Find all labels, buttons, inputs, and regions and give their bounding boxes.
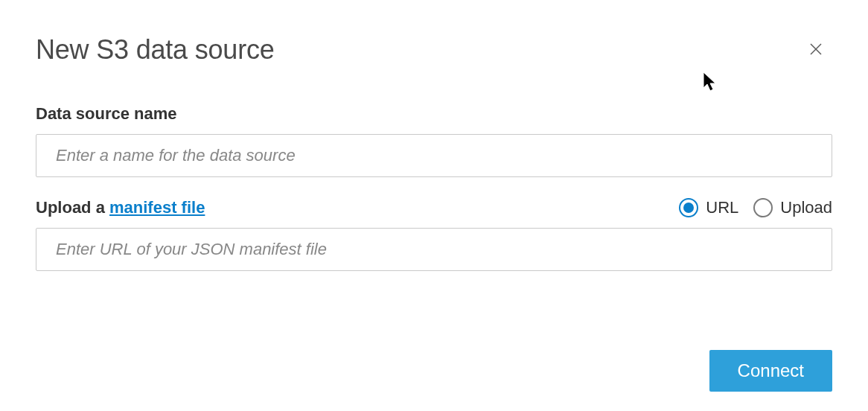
data-source-name-label: Data source name (36, 104, 832, 124)
connect-button[interactable]: Connect (709, 350, 832, 392)
radio-url-label: URL (706, 198, 738, 217)
upload-prefix-text: Upload a (36, 198, 109, 217)
close-button[interactable] (805, 39, 826, 60)
upload-manifest-label: Upload a manifest file (36, 198, 205, 217)
radio-icon-unselected (753, 198, 773, 217)
dialog-title: New S3 data source (36, 34, 832, 66)
radio-url[interactable]: URL (679, 198, 738, 217)
radio-upload[interactable]: Upload (753, 198, 832, 217)
radio-upload-label: Upload (780, 198, 832, 217)
data-source-name-input[interactable] (36, 134, 832, 177)
manifest-url-input[interactable] (36, 228, 832, 271)
upload-mode-radio-group: URL Upload (670, 198, 832, 217)
cursor-icon (703, 71, 719, 92)
manifest-file-link[interactable]: manifest file (109, 198, 205, 217)
radio-icon-selected (679, 198, 698, 217)
close-icon (808, 42, 823, 57)
